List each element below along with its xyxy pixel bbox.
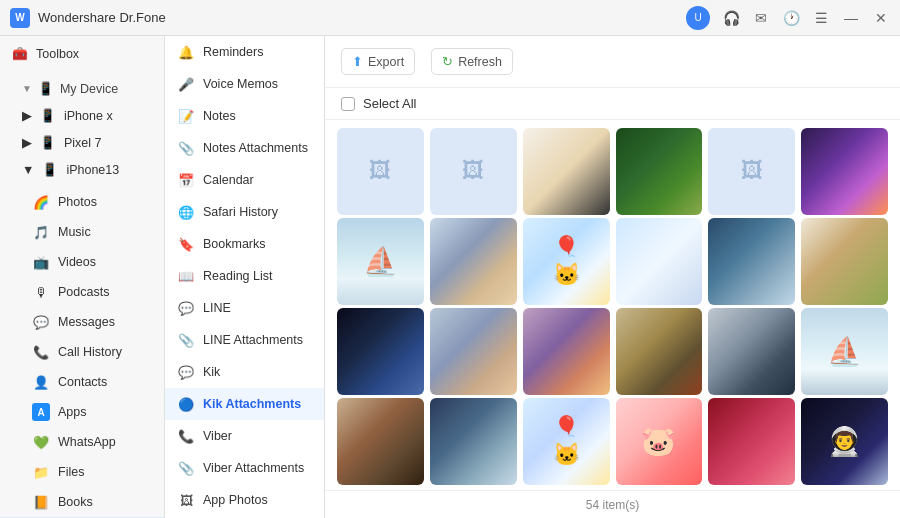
files-icon: 📁 (32, 463, 50, 481)
menu-panel: 🔔 Reminders 🎤 Voice Memos 📝 Notes 📎 Note… (165, 36, 325, 518)
sidebar-iphone-x-label: iPhone x (64, 109, 113, 123)
expand-pixel-arrow: ▶ (22, 135, 32, 150)
mail-icon[interactable]: ✉ (752, 9, 770, 27)
photo-cell-22[interactable]: 🐷 (616, 398, 703, 485)
sidebar-videos-label: Videos (58, 255, 96, 269)
sidebar-apps-label: Apps (58, 405, 87, 419)
photo-cell-21[interactable]: 🎈 🐱 (523, 398, 610, 485)
notes-attachments-icon: 📎 (177, 139, 195, 157)
menu-item-reminders[interactable]: 🔔 Reminders (165, 36, 324, 68)
photo-cell-4[interactable] (616, 128, 703, 215)
photo-cell-7[interactable]: ⛵ (337, 218, 424, 305)
refresh-label: Refresh (458, 55, 502, 69)
podcasts-icon: 🎙 (32, 283, 50, 301)
minimize-button[interactable]: — (842, 9, 860, 27)
sidebar-item-podcasts[interactable]: 🎙 Podcasts (0, 277, 164, 307)
sidebar-item-whatsapp[interactable]: 💚 WhatsApp (0, 427, 164, 457)
menu-line-attachments-label: LINE Attachments (203, 333, 303, 347)
menu-item-viber-attachments[interactable]: 📎 Viber Attachments (165, 452, 324, 484)
sidebar-item-iphone13[interactable]: ▼ 📱 iPhone13 (0, 156, 164, 183)
reminders-icon: 🔔 (177, 43, 195, 61)
bookmarks-icon: 🔖 (177, 235, 195, 253)
main-layout: 🧰 Toolbox ▼ 📱 My Device ▶ 📱 iPhone x ▶ 📱… (0, 36, 900, 518)
photo-cell-11[interactable] (708, 218, 795, 305)
window-controls: U 🎧 ✉ 🕐 ☰ — ✕ (686, 6, 890, 30)
sidebar-item-call-history[interactable]: 📞 Call History (0, 337, 164, 367)
sidebar-item-iphone-x[interactable]: ▶ 📱 iPhone x (0, 102, 164, 129)
photo-cell-17[interactable] (708, 308, 795, 395)
expand-iphone13-arrow: ▼ (22, 163, 34, 177)
menu-item-app-photos[interactable]: 🖼 App Photos (165, 484, 324, 516)
sidebar-books-label: Books (58, 495, 93, 509)
menu-item-notes-attachments[interactable]: 📎 Notes Attachments (165, 132, 324, 164)
menu-item-kik-attachments[interactable]: 🔵 Kik Attachments (165, 388, 324, 420)
history-icon[interactable]: 🕐 (782, 9, 800, 27)
menu-item-kik[interactable]: 💬 Kik (165, 356, 324, 388)
sidebar-item-files[interactable]: 📁 Files (0, 457, 164, 487)
menu-item-voice-memos[interactable]: 🎤 Voice Memos (165, 68, 324, 100)
sidebar-item-toolbox[interactable]: 🧰 Toolbox (0, 40, 164, 67)
sidebar-contacts-label: Contacts (58, 375, 107, 389)
menu-item-bookmarks[interactable]: 🔖 Bookmarks (165, 228, 324, 260)
photo-cell-1[interactable]: 🖼 (337, 128, 424, 215)
menu-item-safari-history[interactable]: 🌐 Safari History (165, 196, 324, 228)
line-icon: 💬 (177, 299, 195, 317)
photo-cell-3[interactable] (523, 128, 610, 215)
sidebar-my-device-header[interactable]: ▼ 📱 My Device (0, 75, 164, 102)
photo-cell-13[interactable] (337, 308, 424, 395)
photo-cell-10[interactable] (616, 218, 703, 305)
android-icon: 📱 (40, 135, 56, 150)
sidebar-files-label: Files (58, 465, 84, 479)
reading-list-icon: 📖 (177, 267, 195, 285)
placeholder-icon: 🖼 (741, 158, 763, 184)
select-all-row: Select All (325, 88, 900, 120)
photo-cell-16[interactable] (616, 308, 703, 395)
sidebar-item-books[interactable]: 📙 Books (0, 487, 164, 517)
sidebar-pixel-label: Pixel 7 (64, 136, 102, 150)
sidebar-item-music[interactable]: 🎵 Music (0, 217, 164, 247)
photo-cell-2[interactable]: 🖼 (430, 128, 517, 215)
refresh-button[interactable]: ↻ Refresh (431, 48, 513, 75)
photo-cell-12[interactable] (801, 218, 888, 305)
sidebar-item-videos[interactable]: 📺 Videos (0, 247, 164, 277)
menu-viber-attachments-label: Viber Attachments (203, 461, 304, 475)
photo-cell-6[interactable] (801, 128, 888, 215)
menu-item-viber[interactable]: 📞 Viber (165, 420, 324, 452)
sidebar-item-messages[interactable]: 💬 Messages (0, 307, 164, 337)
line-attachments-icon: 📎 (177, 331, 195, 349)
photo-cell-18[interactable]: ⛵ (801, 308, 888, 395)
content-area: ⬆ Export ↻ Refresh Select All 🖼 🖼 (325, 36, 900, 518)
photo-cell-20[interactable] (430, 398, 517, 485)
photo-cell-8[interactable] (430, 218, 517, 305)
menu-item-reading-list[interactable]: 📖 Reading List (165, 260, 324, 292)
expand-iphone-x-arrow: ▶ (22, 108, 32, 123)
sidebar-item-photos[interactable]: 🌈 Photos (0, 187, 164, 217)
menu-item-line[interactable]: 💬 LINE (165, 292, 324, 324)
select-all-checkbox[interactable] (341, 97, 355, 111)
photo-cell-5[interactable]: 🖼 (708, 128, 795, 215)
menu-icon[interactable]: ☰ (812, 9, 830, 27)
photo-cell-9[interactable]: 🎈 🐱 (523, 218, 610, 305)
menu-voice-memos-label: Voice Memos (203, 77, 278, 91)
sidebar-item-pixel-7[interactable]: ▶ 📱 Pixel 7 (0, 129, 164, 156)
photo-cell-14[interactable] (430, 308, 517, 395)
export-button[interactable]: ⬆ Export (341, 48, 415, 75)
sidebar-iphone13-label: iPhone13 (66, 163, 119, 177)
menu-item-line-attachments[interactable]: 📎 LINE Attachments (165, 324, 324, 356)
photo-cell-15[interactable] (523, 308, 610, 395)
whatsapp-icon: 💚 (32, 433, 50, 451)
photo-cell-23[interactable] (708, 398, 795, 485)
export-label: Export (368, 55, 404, 69)
sidebar-item-apps[interactable]: A Apps (0, 397, 164, 427)
sidebar-item-contacts[interactable]: 👤 Contacts (0, 367, 164, 397)
user-avatar[interactable]: U (686, 6, 710, 30)
photo-cell-24[interactable]: 👨‍🚀 (801, 398, 888, 485)
astronaut-icon: 👨‍🚀 (827, 425, 862, 458)
close-button[interactable]: ✕ (872, 9, 890, 27)
menu-item-notes[interactable]: 📝 Notes (165, 100, 324, 132)
menu-safari-history-label: Safari History (203, 205, 278, 219)
voice-memos-icon: 🎤 (177, 75, 195, 93)
photo-cell-19[interactable] (337, 398, 424, 485)
headset-icon[interactable]: 🎧 (722, 9, 740, 27)
menu-item-calendar[interactable]: 📅 Calendar (165, 164, 324, 196)
